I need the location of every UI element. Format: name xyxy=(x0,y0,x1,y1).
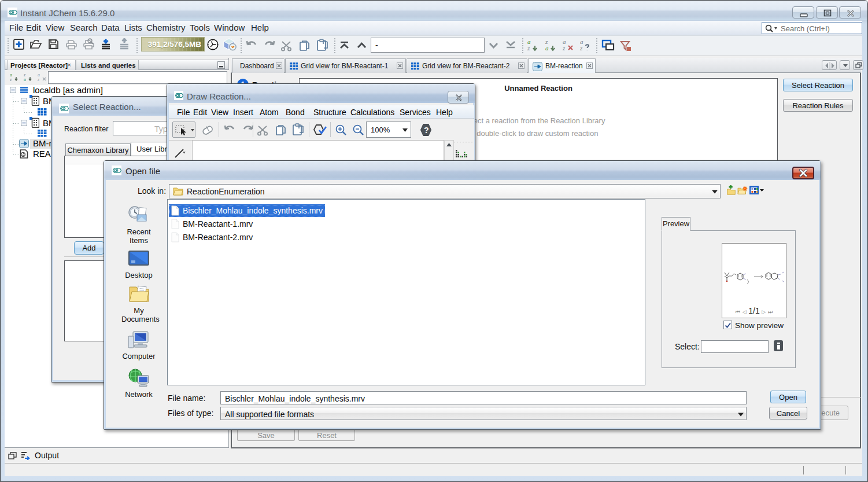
svg-text:z: z xyxy=(527,45,530,51)
svg-text:a: a xyxy=(24,77,26,82)
svg-text:a: a xyxy=(545,45,549,51)
svg-text:z: z xyxy=(38,77,40,82)
svg-text:z: z xyxy=(562,45,566,51)
svg-text:z: z xyxy=(579,45,583,51)
svg-text:z: z xyxy=(10,77,12,82)
svg-text:?: ? xyxy=(424,126,429,135)
